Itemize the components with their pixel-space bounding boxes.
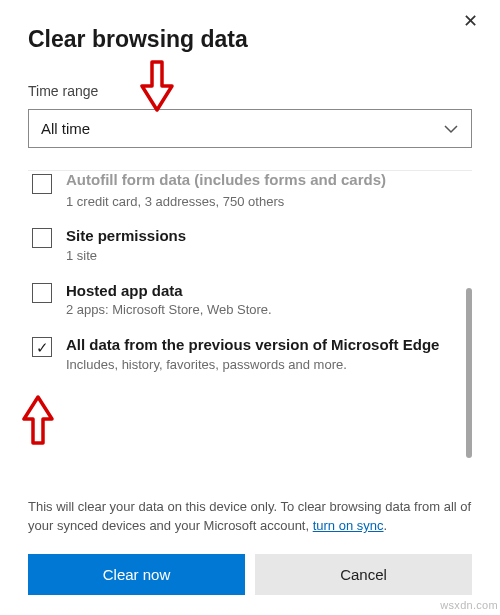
checkbox-site-permissions[interactable] xyxy=(32,228,52,248)
watermark: wsxdn.com xyxy=(440,599,498,611)
close-button[interactable]: ✕ xyxy=(458,10,482,34)
checkbox-previous-edge-data[interactable]: ✓ xyxy=(32,337,52,357)
item-title: Site permissions xyxy=(66,226,458,246)
item-previous-edge-data: ✓ All data from the previous version of … xyxy=(28,327,472,381)
item-title: Autofill form data (includes forms and c… xyxy=(66,170,458,190)
scrollbar-thumb[interactable] xyxy=(466,288,472,458)
item-site-permissions: Site permissions 1 site xyxy=(28,218,472,272)
turn-on-sync-link[interactable]: turn on sync xyxy=(313,518,384,533)
item-desc: 2 apps: Microsoft Store, Web Store. xyxy=(66,302,458,319)
time-range-value: All time xyxy=(41,120,90,137)
note-text-before: This will clear your data on this device… xyxy=(28,499,471,533)
item-autofill: Autofill form data (includes forms and c… xyxy=(28,164,472,218)
checkbox-hosted-app-data[interactable] xyxy=(32,283,52,303)
cancel-button[interactable]: Cancel xyxy=(255,554,472,595)
item-desc: 1 credit card, 3 addresses, 750 others xyxy=(66,194,458,211)
item-hosted-app-data: Hosted app data 2 apps: Microsoft Store,… xyxy=(28,273,472,327)
checkbox-autofill[interactable] xyxy=(32,174,52,194)
dialog-buttons: Clear now Cancel xyxy=(28,554,472,595)
time-range-select[interactable]: All time xyxy=(28,109,472,148)
item-desc: Includes, history, favorites, passwords … xyxy=(66,357,458,374)
item-title: Hosted app data xyxy=(66,281,458,301)
sync-note: This will clear your data on this device… xyxy=(28,498,472,536)
clear-browsing-data-dialog: ✕ Clear browsing data Time range All tim… xyxy=(0,0,500,615)
item-desc: 1 site xyxy=(66,248,458,265)
close-icon: ✕ xyxy=(463,11,478,31)
dialog-title: Clear browsing data xyxy=(28,26,472,53)
time-range-label: Time range xyxy=(28,83,472,99)
note-text-after: . xyxy=(384,518,388,533)
chevron-down-icon xyxy=(443,121,459,137)
data-types-list: Autofill form data (includes forms and c… xyxy=(28,158,472,488)
checkmark-icon: ✓ xyxy=(36,340,49,355)
item-title: All data from the previous version of Mi… xyxy=(66,335,458,355)
clear-now-button[interactable]: Clear now xyxy=(28,554,245,595)
